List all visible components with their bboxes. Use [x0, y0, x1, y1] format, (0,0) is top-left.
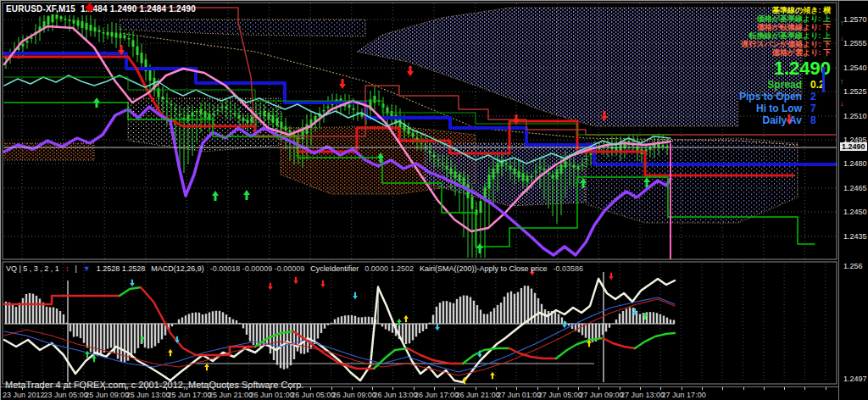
histogram-bar [476, 305, 478, 324]
candle-body [115, 33, 118, 38]
panel-up-arrow-icon [204, 364, 209, 370]
axis-tick-mark [804, 387, 805, 390]
histogram-bar [215, 311, 217, 324]
histogram-bar [273, 324, 275, 360]
histogram-bar [463, 296, 465, 324]
histogram-bar [432, 315, 434, 324]
candle-body [47, 16, 50, 25]
stat-row: Daily Av8 [739, 114, 831, 126]
indicator-header-part: 1.2528 1.2528 [97, 264, 146, 273]
histogram-bar [195, 313, 197, 324]
candle-body [179, 114, 181, 115]
histogram-bar [439, 303, 441, 324]
price-scale[interactable]: 1.25701.25551.25401.25251.25101.24951.24… [838, 1, 868, 400]
histogram-bar [446, 301, 448, 324]
ichimoku-legend: 基準線の傾き: 横価格が基準線より: 上価格が転換線より: 下転換線が基準線より… [739, 6, 831, 126]
candle-body [22, 44, 25, 47]
histogram-bar [283, 324, 285, 369]
histogram-bar [544, 309, 546, 324]
candle-body [238, 115, 241, 119]
candle-body [323, 110, 326, 112]
histogram-bar [473, 301, 475, 324]
candle-body [526, 176, 529, 182]
panel-down-arrow-icon [320, 281, 326, 287]
histogram-bar [144, 324, 146, 347]
candle-body [120, 34, 122, 38]
candle-body [353, 108, 355, 110]
candle-body [662, 145, 665, 147]
histogram-bar [134, 324, 136, 353]
panel-up-arrow-icon [490, 372, 495, 379]
histogram-bar [202, 314, 203, 324]
histogram-bar [317, 324, 319, 339]
histogram-bar [83, 324, 85, 343]
histogram-bar [453, 303, 454, 324]
histogram-bar [442, 301, 444, 324]
candle-body [209, 114, 211, 119]
candle-body [268, 113, 270, 119]
histogram-bar [293, 324, 295, 359]
candle-body [446, 166, 448, 169]
time-axis-label: 25 Jun 13:00 [126, 391, 170, 399]
histogram-bar [493, 308, 495, 324]
chart-canvas[interactable] [1, 1, 838, 400]
kumo-big [357, 8, 802, 126]
axis-tick-mark [722, 387, 723, 390]
histogram-bar [12, 304, 14, 324]
histogram-bar [351, 315, 353, 324]
panel-down-arrow-icon [130, 280, 135, 286]
histogram-bar [147, 324, 149, 348]
indicator-header-part: MACD(12,26,9) [151, 264, 204, 273]
candle-body [162, 97, 164, 99]
candle-body [128, 38, 131, 40]
time-axis-label: 26 Jun 09:00 [332, 391, 376, 399]
axis-tick-mark [558, 387, 559, 390]
time-axis-label: 26 Jun 21:00 [456, 391, 500, 399]
candle-body [98, 30, 101, 31]
histogram-bar [15, 307, 17, 324]
histogram-bar [670, 319, 671, 324]
histogram-bar [29, 293, 31, 324]
candle-body [285, 126, 287, 131]
histogram-bar [76, 324, 78, 336]
candle-body [514, 169, 516, 175]
indicator-header-part: -0.03586 [553, 264, 583, 273]
histogram-bar [320, 324, 322, 333]
histogram-bar [103, 324, 105, 353]
histogram-bar [209, 313, 210, 324]
candle-body [77, 20, 80, 26]
price-scale-tick: 1.2435 [843, 232, 867, 241]
histogram-bar [626, 308, 627, 324]
histogram-bar [49, 307, 51, 324]
histogram-bar [510, 292, 512, 324]
candle-body [52, 14, 54, 22]
histogram-bar [137, 324, 139, 348]
histogram-bar [266, 324, 268, 347]
histogram-bar [337, 317, 339, 324]
histogram-bar [188, 314, 190, 324]
histogram-bar [344, 315, 346, 324]
candle-body [577, 166, 580, 169]
histogram-bar [561, 318, 563, 324]
histogram-bar [537, 298, 539, 324]
axis-tick-mark [598, 387, 599, 390]
scale-up-arrow-icon: ↑ [840, 19, 844, 27]
candle-body [107, 32, 109, 36]
axis-tick-mark [331, 387, 332, 390]
time-axis-label: 26 Jun 13:00 [373, 391, 417, 399]
symbol-timeframe: EURUSD-XF,M15 [6, 4, 75, 14]
histogram-bar [246, 324, 248, 335]
indicator-header-part: CycleIdentifier [310, 264, 359, 273]
histogram-bar [504, 297, 505, 324]
mt4-chart-window: EURUSD-XF,M15 1.2484 1.2490 1.2484 1.249… [0, 0, 868, 400]
ohlc-values: 1.2484 1.2490 1.2484 1.2490 [81, 4, 196, 14]
price-scale-tick: 1.2570 [843, 15, 867, 24]
histogram-bar [185, 315, 186, 324]
buy-signal-arrow-icon [476, 243, 483, 253]
candle-body [132, 40, 135, 47]
indicator-scale-tick: 1.256 [843, 262, 863, 270]
histogram-bar [358, 317, 359, 324]
histogram-bar [371, 317, 373, 324]
histogram-bar [154, 324, 156, 347]
histogram-bar [39, 298, 41, 324]
